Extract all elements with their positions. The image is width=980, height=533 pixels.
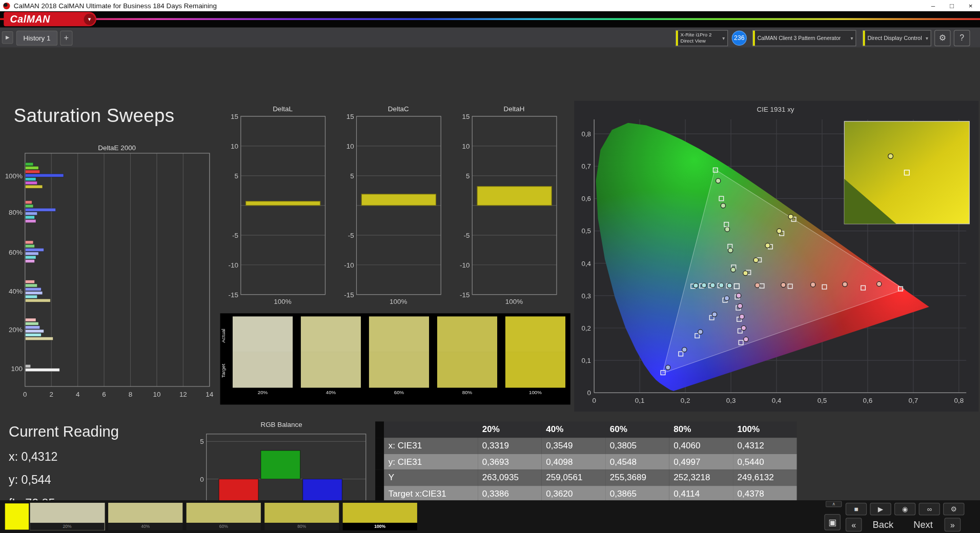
page-title: Saturation Sweeps	[14, 105, 174, 126]
svg-text:100%: 100%	[5, 172, 23, 180]
settings-button[interactable]: ⚙	[943, 503, 964, 515]
brand-bar: CalMAN ▾	[0, 11, 980, 28]
svg-text:5: 5	[466, 172, 469, 180]
table-column-header: 60%	[605, 421, 669, 437]
swatch-color	[187, 503, 261, 523]
chevron-down-icon: ▾	[722, 35, 727, 41]
swatch-label: 20%	[30, 523, 105, 530]
svg-text:0,2: 0,2	[681, 397, 690, 404]
window-title: CalMAN 2018 CalMAN Ultimate for Business…	[14, 2, 217, 10]
back-arrow-button[interactable]: «	[846, 518, 862, 531]
pattern-level-swatch-20%[interactable]: 20%	[30, 503, 105, 530]
calman-logo-text: CalMAN	[4, 13, 50, 25]
actual-swatch	[437, 316, 497, 352]
play-button[interactable]: ▶	[870, 503, 891, 515]
saturation-swatch-20%: 20%	[233, 316, 293, 399]
pattern-level-swatch-80%[interactable]: 80%	[264, 503, 339, 530]
table-row-label: x: CIE31	[384, 438, 478, 454]
svg-text:100%: 100%	[505, 298, 523, 305]
deltae2000-chart: DeltaE 200002468101214100%80%60%40%20%10…	[0, 142, 214, 398]
pattern-preview-swatch	[5, 503, 29, 529]
maximize-button[interactable]: □	[943, 0, 962, 11]
table-row-label-header	[384, 421, 478, 437]
svg-text:2: 2	[49, 391, 53, 398]
meter-dropdown[interactable]: X-Rite i1Pro 2 Direct View ▾	[676, 30, 728, 47]
table-row-label: y: CIE31	[384, 454, 478, 469]
window-titlebar: CalMAN 2018 CalMAN Ultimate for Business…	[0, 0, 980, 11]
svg-text:10: 10	[153, 391, 160, 398]
table-cell: 0,4098	[542, 454, 605, 469]
svg-text:0,3: 0,3	[581, 292, 591, 300]
deltac-chart: DeltaC15105-5-10-15100%	[344, 104, 450, 312]
svg-text:0,2: 0,2	[581, 324, 591, 332]
svg-text:0,4: 0,4	[772, 397, 782, 404]
settings-gear-button[interactable]: ⚙	[934, 30, 951, 47]
sidebar-expander-button[interactable]: ▶	[2, 31, 13, 44]
svg-text:CIE 1931 xy: CIE 1931 xy	[757, 106, 794, 113]
swatch-label: 100%	[343, 523, 417, 530]
svg-text:10: 10	[462, 142, 469, 150]
add-tab-button[interactable]: +	[60, 31, 72, 46]
actual-swatch	[301, 316, 361, 352]
logo-dropdown-icon[interactable]: ▾	[84, 13, 95, 25]
table-header-row: 20%40%60%80%100%	[375, 421, 797, 437]
loop-button[interactable]: ∞	[918, 503, 940, 515]
svg-text:-10: -10	[460, 261, 469, 269]
actual-row-label: Actual	[221, 318, 229, 353]
pattern-level-swatch-100%[interactable]: 100%	[343, 503, 417, 530]
swatch-color	[108, 503, 182, 523]
meter-count-badge[interactable]: 236	[732, 31, 747, 46]
pattern-generator-dropdown[interactable]: CalMAN Client 3 Pattern Generator ▾	[752, 30, 856, 47]
display-control-dropdown[interactable]: Direct Display Control ▾	[863, 30, 931, 47]
chevron-down-icon: ▾	[850, 35, 855, 41]
table-strip	[375, 454, 384, 469]
deltal-chart: DeltaL15105-5-10-15100%	[228, 104, 334, 312]
svg-text:-10: -10	[229, 261, 238, 269]
table-cell: 0,3805	[605, 438, 669, 454]
collapse-panel-button[interactable]: ∧	[826, 501, 842, 507]
table-cell: 0,3319	[478, 438, 541, 454]
svg-text:0,7: 0,7	[909, 397, 918, 404]
svg-text:0,1: 0,1	[581, 357, 591, 364]
spectrum-gradient	[0, 18, 980, 20]
saturation-swatch-label: 80%	[437, 389, 497, 395]
minimize-button[interactable]: –	[924, 0, 943, 11]
table-row: y: CIE310,36930,40980,45480,49970,5440	[375, 454, 797, 469]
saturation-swatch-label: 100%	[505, 389, 565, 395]
help-button[interactable]: ?	[954, 30, 970, 47]
pattern-level-swatch-40%[interactable]: 40%	[108, 503, 182, 530]
svg-text:0,5: 0,5	[818, 397, 827, 404]
actual-swatch	[505, 316, 565, 352]
stop-button[interactable]: ■	[846, 503, 867, 515]
svg-text:6: 6	[102, 391, 106, 398]
table-cell: 0,3865	[605, 486, 669, 502]
pattern-level-swatch-60%[interactable]: 60%	[187, 503, 261, 530]
next-arrow-button[interactable]: »	[945, 518, 961, 531]
current-reading-title: Current Reading	[9, 423, 119, 440]
svg-text:DeltaC: DeltaC	[388, 105, 409, 113]
svg-text:15: 15	[231, 113, 238, 120]
svg-text:0,6: 0,6	[863, 397, 873, 404]
actual-swatch	[233, 316, 293, 352]
svg-text:0: 0	[200, 476, 203, 483]
svg-text:5: 5	[350, 172, 354, 180]
close-button[interactable]: ×	[961, 0, 980, 11]
svg-text:-15: -15	[460, 291, 469, 299]
capture-button[interactable]: ◉	[894, 503, 915, 515]
svg-text:0,8: 0,8	[954, 397, 964, 404]
saturation-swatch-label: 60%	[369, 389, 429, 395]
table-cell: 259,0561	[542, 470, 605, 486]
svg-text:4: 4	[76, 391, 80, 398]
pattern-window-button[interactable]: ▣	[824, 514, 841, 530]
tab-bar: ▶ History 1 + X-Rite i1Pro 2 Direct View…	[0, 28, 980, 48]
next-button[interactable]: Next	[904, 518, 942, 531]
main-area: Saturation Sweeps DeltaE 200002468101214…	[0, 48, 980, 500]
table-cell: 0,3693	[478, 454, 541, 469]
svg-text:0,4: 0,4	[581, 260, 591, 268]
meter-stripe	[676, 31, 678, 46]
swatch-label: 80%	[264, 523, 339, 530]
calman-logo[interactable]: CalMAN ▾	[4, 12, 96, 26]
tab-history-1[interactable]: History 1	[16, 31, 58, 46]
target-swatch	[369, 352, 429, 388]
back-button[interactable]: Back	[864, 518, 902, 531]
